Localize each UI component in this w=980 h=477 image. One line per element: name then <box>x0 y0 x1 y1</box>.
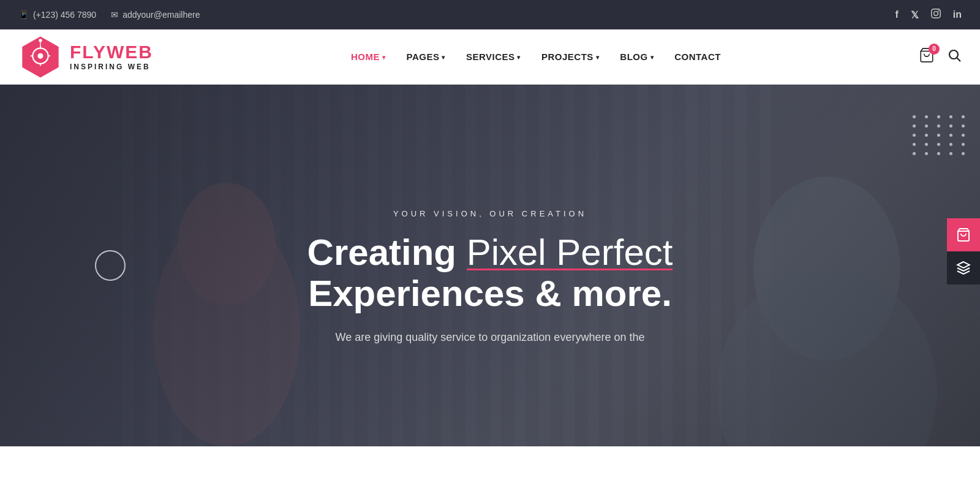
top-bar-left: 📱 (+123) 456 7890 ✉ addyour@emailhere <box>18 10 200 20</box>
top-bar: 📱 (+123) 456 7890 ✉ addyour@emailhere f … <box>0 0 980 29</box>
logo-icon <box>18 35 62 79</box>
nav-contact[interactable]: CONTACT <box>666 47 729 67</box>
svg-point-7 <box>39 39 42 42</box>
svg-point-10 <box>949 50 958 59</box>
phone-number: (+123) 456 7890 <box>33 10 96 20</box>
floating-cart-icon <box>956 227 971 242</box>
logo-subtitle: INSPIRING WEB <box>70 63 153 71</box>
hero-title-line2: Experiences & more. <box>308 273 672 314</box>
cart-button[interactable]: 0 <box>919 47 935 67</box>
svg-point-2 <box>38 53 43 58</box>
services-chevron: ▾ <box>517 54 521 61</box>
email-address: addyour@emailhere <box>123 10 200 20</box>
hero-title-bold: Creating <box>307 232 467 273</box>
hero-title: Creating Pixel Perfect Experiences & mor… <box>307 232 673 314</box>
phone-contact: 📱 (+123) 456 7890 <box>18 10 96 20</box>
nav-home[interactable]: HOME ▾ <box>342 47 394 67</box>
nav-services[interactable]: SERVICES ▾ <box>458 47 529 67</box>
home-chevron: ▾ <box>382 54 386 61</box>
instagram-link[interactable] <box>931 9 941 21</box>
email-contact: ✉ addyour@emailhere <box>111 10 200 20</box>
logo-area[interactable]: FLYWEB INSPIRING WEB <box>18 35 153 79</box>
header: FLYWEB INSPIRING WEB HOME ▾ PAGES ▾ SERV… <box>0 29 980 85</box>
hero-section: YOUR VISION, OUR CREATION Creating Pixel… <box>0 85 980 446</box>
linkedin-link[interactable]: in <box>953 9 962 20</box>
logo-title: FLYWEB <box>70 43 153 61</box>
hero-subtitle: We are giving quality service to organiz… <box>336 329 645 346</box>
hero-title-highlight: Pixel Perfect <box>467 232 673 273</box>
main-nav: HOME ▾ PAGES ▾ SERVICES ▾ PROJECTS ▾ BLO… <box>342 47 729 67</box>
search-icon <box>947 48 962 63</box>
dot-grid-decoration <box>913 115 968 155</box>
floating-layers-icon <box>956 261 971 275</box>
nav-pages[interactable]: PAGES ▾ <box>398 47 453 67</box>
floating-cart-button[interactable] <box>947 218 980 251</box>
logo-text-block: FLYWEB INSPIRING WEB <box>70 43 153 71</box>
circle-decoration <box>95 250 126 281</box>
phone-icon: 📱 <box>18 10 29 20</box>
social-links: f 𝕏 in <box>895 9 962 21</box>
twitter-link[interactable]: 𝕏 <box>911 9 919 21</box>
nav-projects[interactable]: PROJECTS ▾ <box>533 47 608 67</box>
hero-tagline: YOUR VISION, OUR CREATION <box>393 209 587 218</box>
header-right: 0 <box>919 47 962 67</box>
floating-layers-button[interactable] <box>947 251 980 284</box>
blog-chevron: ▾ <box>650 54 654 61</box>
projects-chevron: ▾ <box>596 54 600 61</box>
nav-blog[interactable]: BLOG ▾ <box>611 47 662 67</box>
cart-badge: 0 <box>929 44 940 55</box>
search-button[interactable] <box>947 48 962 66</box>
pages-chevron: ▾ <box>442 54 445 61</box>
facebook-link[interactable]: f <box>895 9 898 20</box>
hero-content: YOUR VISION, OUR CREATION Creating Pixel… <box>0 85 980 446</box>
svg-line-11 <box>957 58 960 61</box>
svg-marker-45 <box>957 262 970 268</box>
email-icon: ✉ <box>111 10 118 20</box>
